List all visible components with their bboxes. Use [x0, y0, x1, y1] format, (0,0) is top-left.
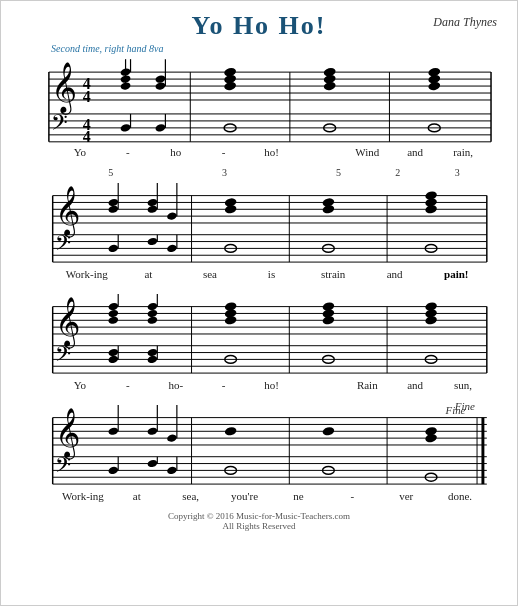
svg-text:𝄢: 𝄢	[55, 453, 71, 481]
lyric-word: rain,	[439, 146, 487, 158]
lyric-word: and	[391, 146, 439, 158]
staff-system-1: 𝄞 4 4 𝄢 4 4	[21, 54, 497, 159]
treble-clef: 𝄞	[51, 62, 77, 115]
svg-point-61	[108, 198, 119, 207]
svg-point-74	[424, 190, 437, 201]
lyric-word: strain	[302, 268, 364, 280]
svg-point-111	[224, 301, 237, 312]
lyric-word: ho!	[248, 146, 296, 158]
lyric-word	[295, 146, 343, 158]
lyric-word: you're	[218, 490, 272, 502]
svg-text:𝄢: 𝄢	[55, 342, 71, 370]
fingering-line: 5 3 5 2 3	[21, 167, 497, 178]
svg-point-160	[166, 466, 177, 475]
svg-point-117	[424, 301, 437, 312]
svg-point-35	[427, 67, 441, 78]
staff-svg-1: 𝄞 4 4 𝄢 4 4	[21, 54, 497, 144]
svg-text:𝄞: 𝄞	[55, 408, 80, 460]
lyric-word: sea	[179, 268, 241, 280]
svg-point-80	[147, 237, 158, 246]
finger-num: 2	[395, 167, 400, 178]
svg-point-39	[120, 123, 131, 132]
lyric-word: ho	[152, 146, 200, 158]
svg-text:𝄢: 𝄢	[55, 231, 71, 259]
finger-num: 3	[455, 167, 460, 178]
lyric-word: ver	[379, 490, 433, 502]
lyric-word: -	[200, 379, 248, 391]
svg-point-102	[108, 309, 119, 318]
svg-point-150	[166, 434, 177, 443]
staff-system-2: 5 3 5 2 3 𝄞 𝄢	[21, 167, 497, 281]
lyric-word: -	[200, 146, 248, 158]
finger-num: 3	[222, 167, 227, 178]
svg-text:4: 4	[83, 88, 91, 105]
lyric-line-1: Yo - ho - ho! Wind and rain,	[21, 145, 497, 159]
lyric-word: at	[110, 490, 164, 502]
svg-point-32	[323, 67, 337, 78]
svg-point-101	[108, 316, 119, 325]
svg-point-60	[108, 205, 119, 214]
svg-point-107	[147, 302, 158, 311]
lyric-word: done.	[433, 490, 487, 502]
svg-point-153	[322, 426, 335, 437]
lyric-word: and	[391, 379, 439, 391]
lyric-line-4: Work-ing at sea, you're ne - ver done.	[21, 489, 497, 503]
lyric-word: Work-ing	[56, 490, 110, 502]
direction-text: Second time, right hand 8va	[51, 43, 497, 54]
svg-point-69	[224, 197, 237, 208]
svg-point-121	[147, 355, 158, 364]
svg-point-119	[108, 348, 119, 357]
lyric-line-2: Work-ing at sea is strain and pain!	[21, 267, 497, 281]
lyric-word	[295, 379, 343, 391]
staff-svg-3: 𝄞 𝄢	[21, 289, 497, 377]
fine-label: Fine	[455, 400, 475, 412]
lyric-word: ne	[272, 490, 326, 502]
song-title: Yo Ho Ho!	[192, 11, 327, 40]
lyric-word: sea,	[164, 490, 218, 502]
staff-system-3: 𝄞 𝄢	[21, 289, 497, 392]
svg-point-152	[224, 426, 237, 437]
bass-clef: 𝄢	[51, 111, 68, 140]
svg-point-156	[108, 466, 119, 475]
copyright: Copyright © 2016 Music-for-Music-Teacher…	[21, 511, 497, 531]
composer-name: Dana Thynes	[433, 15, 497, 30]
title-area: Yo Ho Ho! Dana Thynes	[21, 11, 497, 41]
svg-point-66	[166, 212, 177, 221]
lyric-word: pain!	[425, 268, 487, 280]
finger-num: 5	[336, 167, 341, 178]
svg-text:4: 4	[83, 128, 91, 144]
lyric-word: -	[325, 490, 379, 502]
staff-svg-2: 𝄞 𝄢	[21, 178, 497, 266]
lyric-word: ho-	[152, 379, 200, 391]
music-sheet: Yo Ho Ho! Dana Thynes Second time, right…	[0, 0, 518, 606]
finger-num: 5	[108, 167, 113, 178]
svg-text:𝄞: 𝄞	[55, 186, 80, 238]
svg-point-103	[108, 302, 119, 311]
staff-svg-4: 𝄞 Fine 𝄢	[21, 400, 497, 488]
lyric-word: Work-ing	[56, 268, 118, 280]
chord-t1-b1	[120, 59, 131, 91]
lyric-word: -	[104, 146, 152, 158]
lyric-word: ho!	[248, 379, 296, 391]
svg-text:𝄞: 𝄞	[55, 297, 80, 349]
svg-point-41	[155, 123, 166, 132]
svg-point-24	[155, 81, 166, 90]
svg-point-78	[108, 244, 119, 253]
lyric-line-3: Yo - ho- - ho! Rain and sun,	[21, 378, 497, 392]
lyric-word: is	[241, 268, 303, 280]
svg-point-158	[147, 459, 158, 468]
svg-point-155	[424, 433, 437, 444]
svg-point-122	[147, 348, 158, 357]
lyric-word: -	[104, 379, 152, 391]
svg-point-64	[147, 198, 158, 207]
lyric-word: Yo	[56, 379, 104, 391]
svg-point-71	[322, 197, 335, 208]
svg-point-29	[223, 67, 237, 78]
lyric-word: at	[118, 268, 180, 280]
svg-point-25	[155, 74, 166, 83]
svg-point-114	[322, 301, 335, 312]
lyric-word: sun,	[439, 379, 487, 391]
copyright-line2: All Rights Reserved	[21, 521, 497, 531]
svg-point-118	[108, 355, 119, 364]
svg-point-105	[147, 316, 158, 325]
